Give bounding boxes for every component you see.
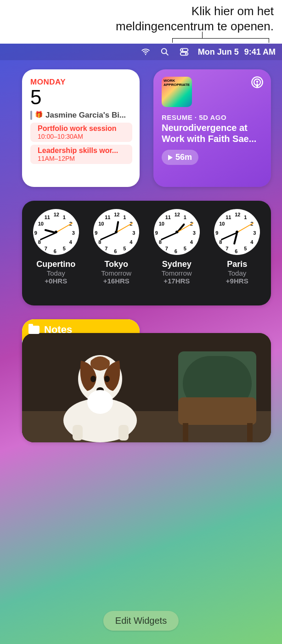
folder-icon <box>28 326 39 334</box>
svg-point-0 <box>145 54 146 55</box>
callout-text: Klik hier om het meldingencentrum te ope… <box>0 0 282 34</box>
menu-bar: Mon Jun 5 9:41 AM <box>0 44 282 60</box>
svg-point-21 <box>87 390 113 414</box>
svg-rect-14 <box>183 423 188 441</box>
calendar-event-1-time: 11AM–12PM <box>38 155 118 162</box>
callout-bracket <box>0 35 276 44</box>
svg-point-18 <box>90 376 96 382</box>
calendar-event-0-time: 10:00–10:30AM <box>38 133 117 140</box>
calendar-event-1: Leadership skills wor... 11AM–12PM <box>30 145 132 164</box>
menu-bar-clock[interactable]: Mon Jun 5 9:41 AM <box>198 47 276 57</box>
gift-icon: 🎁 <box>35 111 43 118</box>
world-clock-city-3: 121234567891011ParisToday+9HRS <box>207 209 267 285</box>
edit-widgets-label: Edit Widgets <box>115 616 167 626</box>
podcasts-widget[interactable]: RESUME · 5D AGO Neurodivergence at Work … <box>153 69 271 187</box>
calendar-event-0-title: Portfolio work session <box>38 124 117 133</box>
podcast-title: Neurodivergence at Work with Faith Sae..… <box>162 122 263 144</box>
podcast-duration: 56m <box>175 153 192 162</box>
calendar-widget[interactable]: MONDAY 5 🎁 Jasmine Garcia's Bi... Portfo… <box>22 69 140 187</box>
calendar-event-0: Portfolio work session 10:00–10:30AM <box>30 123 132 142</box>
city-offset: +9HRS <box>226 277 248 285</box>
clock-face: 121234567891011 <box>154 209 200 255</box>
widget-grid: MONDAY 5 🎁 Jasmine Garcia's Bi... Portfo… <box>22 69 276 451</box>
wifi-icon[interactable] <box>140 46 151 57</box>
world-clock-widget[interactable]: 121234567891011CupertinoToday+0HRS121234… <box>22 201 271 305</box>
city-day: Today <box>228 269 246 277</box>
photos-widget[interactable] <box>22 333 271 442</box>
clock-face: 121234567891011 <box>93 209 139 255</box>
podcast-play-button[interactable]: 56m <box>162 150 198 165</box>
calendar-day-of-week: MONDAY <box>30 78 132 87</box>
svg-rect-4 <box>180 52 188 55</box>
svg-point-1 <box>161 49 166 54</box>
city-day: Today <box>47 269 65 277</box>
svg-rect-13 <box>178 397 256 425</box>
svg-rect-22 <box>73 425 83 441</box>
callout-line2: meldingencentrum te openen. <box>8 19 274 34</box>
city-offset: +16HRS <box>103 277 130 285</box>
city-name: Paris <box>227 260 247 269</box>
podcasts-icon <box>251 76 264 90</box>
city-offset: +17HRS <box>164 277 190 285</box>
callout-line1: Klik hier om het <box>8 4 274 19</box>
svg-point-8 <box>256 81 259 83</box>
play-icon <box>168 155 173 160</box>
city-name: Tokyo <box>104 260 128 269</box>
control-center-icon[interactable] <box>179 46 190 57</box>
spotlight-search-icon[interactable] <box>159 46 170 57</box>
world-clock-city-1: 121234567891011TokyoTomorrow+16HRS <box>86 209 146 285</box>
svg-rect-2 <box>180 49 188 51</box>
podcast-cover-art <box>162 77 192 107</box>
clock-face: 121234567891011 <box>33 209 79 255</box>
city-name: Cupertino <box>36 260 75 269</box>
city-day: Tomorrow <box>101 269 131 277</box>
city-day: Tomorrow <box>162 269 192 277</box>
calendar-birthday-title: Jasmine Garcia's Bi... <box>45 111 132 120</box>
svg-rect-23 <box>118 425 129 441</box>
world-clock-city-2: 121234567891011SydneyTomorrow+17HRS <box>147 209 207 285</box>
city-offset: +0HRS <box>45 277 67 285</box>
svg-point-3 <box>181 49 183 51</box>
podcast-meta: RESUME · 5D AGO <box>162 113 263 121</box>
clock-face: 121234567891011 <box>214 209 260 255</box>
svg-point-19 <box>104 376 110 382</box>
city-name: Sydney <box>162 260 192 269</box>
world-clock-city-0: 121234567891011CupertinoToday+0HRS <box>26 209 86 285</box>
edit-widgets-button[interactable]: Edit Widgets <box>103 611 179 631</box>
calendar-birthday-row: 🎁 Jasmine Garcia's Bi... <box>30 111 132 120</box>
desktop: Mon Jun 5 9:41 AM MONDAY 5 🎁 Jasmine Gar… <box>0 44 282 644</box>
svg-point-5 <box>185 53 186 55</box>
calendar-day-number: 5 <box>30 86 132 109</box>
menu-bar-date: Mon Jun 5 <box>198 47 239 57</box>
calendar-event-1-title: Leadership skills wor... <box>38 147 118 155</box>
svg-rect-15 <box>247 423 253 441</box>
menu-bar-time: 9:41 AM <box>244 47 276 57</box>
